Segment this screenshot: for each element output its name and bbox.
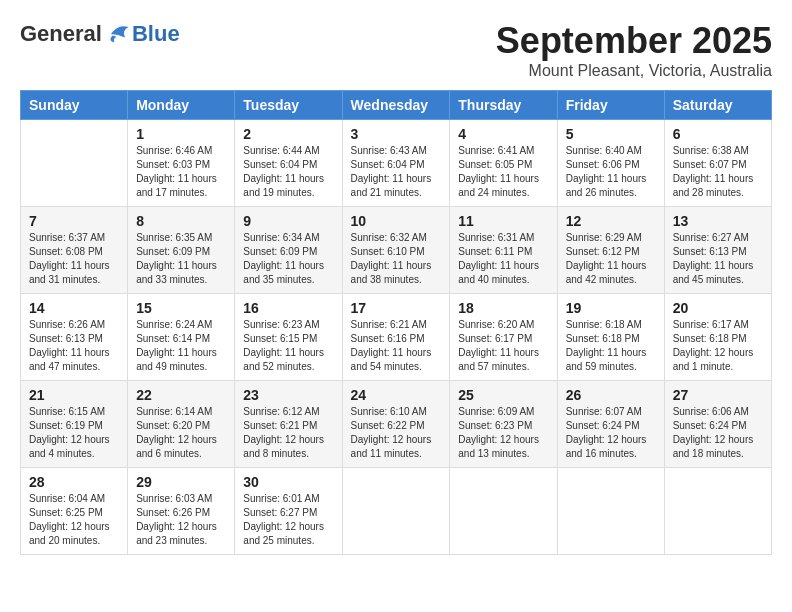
calendar-day-header: Saturday [664,91,771,120]
day-number: 30 [243,474,333,490]
day-info: Sunrise: 6:01 AM Sunset: 6:27 PM Dayligh… [243,492,333,548]
calendar-cell: 16Sunrise: 6:23 AM Sunset: 6:15 PM Dayli… [235,294,342,381]
day-info: Sunrise: 6:03 AM Sunset: 6:26 PM Dayligh… [136,492,226,548]
day-info: Sunrise: 6:06 AM Sunset: 6:24 PM Dayligh… [673,405,763,461]
calendar-week-row: 14Sunrise: 6:26 AM Sunset: 6:13 PM Dayli… [21,294,772,381]
calendar-day-header: Monday [128,91,235,120]
calendar-cell: 8Sunrise: 6:35 AM Sunset: 6:09 PM Daylig… [128,207,235,294]
day-number: 15 [136,300,226,316]
calendar-day-header: Wednesday [342,91,450,120]
calendar-cell: 13Sunrise: 6:27 AM Sunset: 6:13 PM Dayli… [664,207,771,294]
calendar-body: 1Sunrise: 6:46 AM Sunset: 6:03 PM Daylig… [21,120,772,555]
calendar-title: September 2025 [496,20,772,62]
day-info: Sunrise: 6:21 AM Sunset: 6:16 PM Dayligh… [351,318,442,374]
calendar-cell: 20Sunrise: 6:17 AM Sunset: 6:18 PM Dayli… [664,294,771,381]
day-number: 4 [458,126,548,142]
day-info: Sunrise: 6:10 AM Sunset: 6:22 PM Dayligh… [351,405,442,461]
day-number: 3 [351,126,442,142]
day-info: Sunrise: 6:14 AM Sunset: 6:20 PM Dayligh… [136,405,226,461]
day-number: 1 [136,126,226,142]
day-number: 17 [351,300,442,316]
calendar-week-row: 21Sunrise: 6:15 AM Sunset: 6:19 PM Dayli… [21,381,772,468]
calendar-cell [557,468,664,555]
calendar-cell: 25Sunrise: 6:09 AM Sunset: 6:23 PM Dayli… [450,381,557,468]
calendar-cell: 6Sunrise: 6:38 AM Sunset: 6:07 PM Daylig… [664,120,771,207]
calendar-week-row: 28Sunrise: 6:04 AM Sunset: 6:25 PM Dayli… [21,468,772,555]
day-info: Sunrise: 6:40 AM Sunset: 6:06 PM Dayligh… [566,144,656,200]
day-info: Sunrise: 6:15 AM Sunset: 6:19 PM Dayligh… [29,405,119,461]
day-info: Sunrise: 6:41 AM Sunset: 6:05 PM Dayligh… [458,144,548,200]
calendar-cell [342,468,450,555]
day-info: Sunrise: 6:23 AM Sunset: 6:15 PM Dayligh… [243,318,333,374]
day-number: 22 [136,387,226,403]
calendar-cell: 21Sunrise: 6:15 AM Sunset: 6:19 PM Dayli… [21,381,128,468]
day-info: Sunrise: 6:43 AM Sunset: 6:04 PM Dayligh… [351,144,442,200]
page-header: General Blue September 2025 Mount Pleasa… [20,20,772,80]
day-info: Sunrise: 6:34 AM Sunset: 6:09 PM Dayligh… [243,231,333,287]
logo-bird-icon [104,20,132,48]
calendar-cell: 28Sunrise: 6:04 AM Sunset: 6:25 PM Dayli… [21,468,128,555]
calendar-cell: 27Sunrise: 6:06 AM Sunset: 6:24 PM Dayli… [664,381,771,468]
calendar-cell: 30Sunrise: 6:01 AM Sunset: 6:27 PM Dayli… [235,468,342,555]
logo-general-text: General [20,21,102,47]
day-number: 6 [673,126,763,142]
day-info: Sunrise: 6:27 AM Sunset: 6:13 PM Dayligh… [673,231,763,287]
day-number: 18 [458,300,548,316]
calendar-cell: 11Sunrise: 6:31 AM Sunset: 6:11 PM Dayli… [450,207,557,294]
day-number: 9 [243,213,333,229]
day-info: Sunrise: 6:04 AM Sunset: 6:25 PM Dayligh… [29,492,119,548]
day-number: 5 [566,126,656,142]
calendar-cell: 23Sunrise: 6:12 AM Sunset: 6:21 PM Dayli… [235,381,342,468]
calendar-day-header: Friday [557,91,664,120]
calendar-cell: 9Sunrise: 6:34 AM Sunset: 6:09 PM Daylig… [235,207,342,294]
calendar-day-header: Tuesday [235,91,342,120]
calendar-day-header: Sunday [21,91,128,120]
calendar-cell [21,120,128,207]
day-info: Sunrise: 6:29 AM Sunset: 6:12 PM Dayligh… [566,231,656,287]
day-info: Sunrise: 6:37 AM Sunset: 6:08 PM Dayligh… [29,231,119,287]
calendar-cell: 29Sunrise: 6:03 AM Sunset: 6:26 PM Dayli… [128,468,235,555]
day-number: 14 [29,300,119,316]
day-number: 23 [243,387,333,403]
title-block: September 2025 Mount Pleasant, Victoria,… [496,20,772,80]
calendar-cell: 2Sunrise: 6:44 AM Sunset: 6:04 PM Daylig… [235,120,342,207]
day-number: 25 [458,387,548,403]
day-number: 16 [243,300,333,316]
calendar-day-header: Thursday [450,91,557,120]
day-info: Sunrise: 6:18 AM Sunset: 6:18 PM Dayligh… [566,318,656,374]
day-info: Sunrise: 6:32 AM Sunset: 6:10 PM Dayligh… [351,231,442,287]
calendar-cell: 15Sunrise: 6:24 AM Sunset: 6:14 PM Dayli… [128,294,235,381]
day-number: 29 [136,474,226,490]
calendar-cell: 10Sunrise: 6:32 AM Sunset: 6:10 PM Dayli… [342,207,450,294]
day-number: 13 [673,213,763,229]
calendar-cell [450,468,557,555]
day-number: 21 [29,387,119,403]
day-number: 19 [566,300,656,316]
calendar-cell: 1Sunrise: 6:46 AM Sunset: 6:03 PM Daylig… [128,120,235,207]
calendar-week-row: 7Sunrise: 6:37 AM Sunset: 6:08 PM Daylig… [21,207,772,294]
day-number: 7 [29,213,119,229]
logo: General Blue [20,20,180,48]
day-info: Sunrise: 6:44 AM Sunset: 6:04 PM Dayligh… [243,144,333,200]
day-number: 26 [566,387,656,403]
day-number: 12 [566,213,656,229]
calendar-cell: 4Sunrise: 6:41 AM Sunset: 6:05 PM Daylig… [450,120,557,207]
day-number: 28 [29,474,119,490]
calendar-cell: 22Sunrise: 6:14 AM Sunset: 6:20 PM Dayli… [128,381,235,468]
logo-blue-text: Blue [132,21,180,47]
calendar-cell: 12Sunrise: 6:29 AM Sunset: 6:12 PM Dayli… [557,207,664,294]
calendar-cell: 19Sunrise: 6:18 AM Sunset: 6:18 PM Dayli… [557,294,664,381]
day-info: Sunrise: 6:31 AM Sunset: 6:11 PM Dayligh… [458,231,548,287]
calendar-cell [664,468,771,555]
day-number: 20 [673,300,763,316]
day-info: Sunrise: 6:12 AM Sunset: 6:21 PM Dayligh… [243,405,333,461]
day-number: 10 [351,213,442,229]
day-info: Sunrise: 6:24 AM Sunset: 6:14 PM Dayligh… [136,318,226,374]
day-info: Sunrise: 6:26 AM Sunset: 6:13 PM Dayligh… [29,318,119,374]
calendar-week-row: 1Sunrise: 6:46 AM Sunset: 6:03 PM Daylig… [21,120,772,207]
day-info: Sunrise: 6:38 AM Sunset: 6:07 PM Dayligh… [673,144,763,200]
day-number: 8 [136,213,226,229]
calendar-cell: 7Sunrise: 6:37 AM Sunset: 6:08 PM Daylig… [21,207,128,294]
day-info: Sunrise: 6:20 AM Sunset: 6:17 PM Dayligh… [458,318,548,374]
calendar-header-row: SundayMondayTuesdayWednesdayThursdayFrid… [21,91,772,120]
